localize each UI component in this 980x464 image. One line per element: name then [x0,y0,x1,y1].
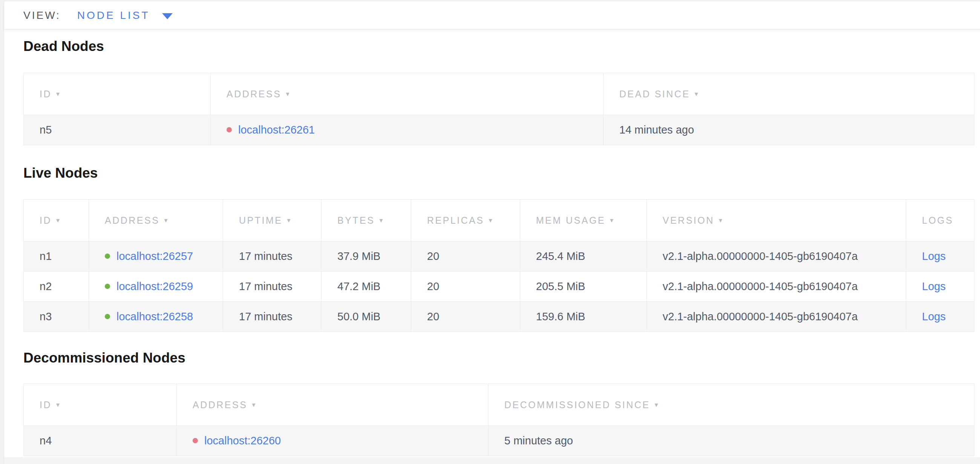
version-cell: v2.1-alpha.00000000-1405-gb6190407a [647,272,906,302]
node-address-cell: localhost:26258 [89,302,223,332]
sort-caret-icon: ▾ [56,401,61,408]
column-header-label: REPLICAS [427,215,484,226]
node-id-cell: n3 [24,302,89,332]
node-status-live-icon [105,254,110,259]
column-header-address[interactable]: ADDRESS▾ [211,73,603,115]
table-header-row: ID▾ ADDRESS▾ DEAD SINCE▾ [24,73,974,115]
uptime-cell: 17 minutes [223,241,321,272]
bytes-cell: 50.0 MiB [321,302,411,332]
column-header-label: DECOMMISSIONED SINCE [504,400,650,410]
mem-usage-cell: 159.6 MiB [520,302,647,332]
node-id-cell: n4 [24,426,177,456]
section-title-decommissioned-nodes: Decommissioned Nodes [23,349,185,367]
column-header-label: UPTIME [239,215,282,226]
dead-nodes-table: ID▾ ADDRESS▾ DEAD SINCE▾ n5 localhost:26… [23,73,974,145]
column-header-label: ADDRESS [105,215,159,226]
bytes-cell: 37.9 MiB [321,241,411,272]
column-header-label: DEAD SINCE [619,89,690,99]
column-header-dead-since[interactable]: DEAD SINCE▾ [603,73,974,115]
node-id-cell: n2 [24,272,89,302]
view-dropdown-value[interactable]: NODE LIST [77,10,150,21]
mem-usage-cell: 245.4 MiB [520,241,647,272]
column-header-id[interactable]: ID▾ [24,73,211,115]
table-row: n1 localhost:26257 17 minutes 37.9 MiB 2… [24,241,974,272]
version-cell: v2.1-alpha.00000000-1405-gb6190407a [647,302,906,332]
sort-caret-icon: ▾ [252,401,257,408]
window-bottom-edge [4,457,980,464]
column-header-uptime[interactable]: UPTIME▾ [223,199,321,241]
view-label: VIEW: [23,10,61,21]
node-id-cell: n5 [24,115,211,145]
sort-caret-icon: ▾ [610,217,615,224]
column-header-replicas[interactable]: REPLICAS▾ [411,199,520,241]
section-title-live-nodes: Live Nodes [23,164,98,182]
node-address-cell: localhost:26259 [89,272,223,302]
bytes-cell: 47.2 MiB [321,272,411,302]
sort-caret-icon: ▾ [719,217,724,224]
sort-caret-icon: ▾ [56,217,61,224]
node-address-cell: localhost:26260 [177,426,488,456]
live-nodes-table: ID▾ ADDRESS▾ UPTIME▾ BYTES▾ REPLICAS▾ ME… [23,199,974,332]
sort-caret-icon: ▾ [286,90,291,98]
column-header-label: VERSION [663,215,714,226]
node-id-cell: n1 [24,241,89,272]
column-header-id[interactable]: ID▾ [24,199,89,241]
dead-since-cell: 14 minutes ago [603,115,974,145]
replicas-cell: 20 [411,272,520,302]
node-address-link[interactable]: localhost:26257 [116,250,193,262]
column-header-label: ID [40,215,52,226]
node-address-cell: localhost:26261 [211,115,603,145]
column-header-bytes[interactable]: BYTES▾ [321,199,411,241]
table-row: n2 localhost:26259 17 minutes 47.2 MiB 2… [24,272,974,302]
node-address-link[interactable]: localhost:26260 [204,435,281,446]
node-address-link[interactable]: localhost:26261 [238,124,315,136]
table-row: n4 localhost:26260 5 minutes ago [24,426,974,456]
view-selector-bar: VIEW: NODE LIST [4,2,980,29]
column-header-address[interactable]: ADDRESS▾ [177,384,488,426]
mem-usage-cell: 205.5 MiB [520,272,647,302]
column-header-version[interactable]: VERSION▾ [647,199,906,241]
sort-caret-icon: ▾ [164,217,169,224]
decommissioned-nodes-table: ID▾ ADDRESS▾ DECOMMISSIONED SINCE▾ n4 lo… [23,384,974,456]
uptime-cell: 17 minutes [223,302,321,332]
node-address-link[interactable]: localhost:26259 [116,280,193,292]
table-row: n5 localhost:26261 14 minutes ago [24,115,974,145]
uptime-cell: 17 minutes [223,272,321,302]
table-header-row: ID▾ ADDRESS▾ UPTIME▾ BYTES▾ REPLICAS▾ ME… [24,199,974,241]
table-row: n3 localhost:26258 17 minutes 50.0 MiB 2… [24,302,974,332]
column-header-label: ADDRESS [226,89,281,99]
logs-cell: Logs [906,241,974,272]
column-header-label: ADDRESS [192,400,247,410]
logs-link[interactable]: Logs [922,250,946,262]
view-dropdown[interactable]: NODE LIST [77,10,173,21]
logs-cell: Logs [906,302,974,332]
node-status-dead-icon [226,127,232,132]
column-header-label: ID [40,89,52,99]
sort-caret-icon: ▾ [379,217,384,224]
node-address-link[interactable]: localhost:26258 [116,311,193,322]
chevron-down-icon [162,13,173,19]
logs-link[interactable]: Logs [922,280,946,292]
node-status-live-icon [105,284,110,289]
node-status-decommissioned-icon [192,438,198,443]
replicas-cell: 20 [411,241,520,272]
column-header-label: ID [40,400,52,410]
column-header-label: BYTES [337,215,375,226]
version-cell: v2.1-alpha.00000000-1405-gb6190407a [647,241,906,272]
column-header-decommissioned-since[interactable]: DECOMMISSIONED SINCE▾ [488,384,974,426]
column-header-logs: LOGS [906,199,974,241]
sort-caret-icon: ▾ [287,217,292,224]
column-header-id[interactable]: ID▾ [24,384,177,426]
column-header-mem-usage[interactable]: MEM USAGE▾ [520,199,647,241]
table-header-row: ID▾ ADDRESS▾ DECOMMISSIONED SINCE▾ [24,384,974,426]
window-left-edge [0,0,4,464]
logs-link[interactable]: Logs [922,311,946,322]
node-status-live-icon [105,314,110,319]
column-header-address[interactable]: ADDRESS▾ [89,199,223,241]
sort-caret-icon: ▾ [695,90,700,98]
sort-caret-icon: ▾ [655,401,660,408]
column-header-label: MEM USAGE [536,215,605,226]
decommissioned-since-cell: 5 minutes ago [488,426,974,456]
replicas-cell: 20 [411,302,520,332]
section-title-dead-nodes: Dead Nodes [23,38,104,55]
